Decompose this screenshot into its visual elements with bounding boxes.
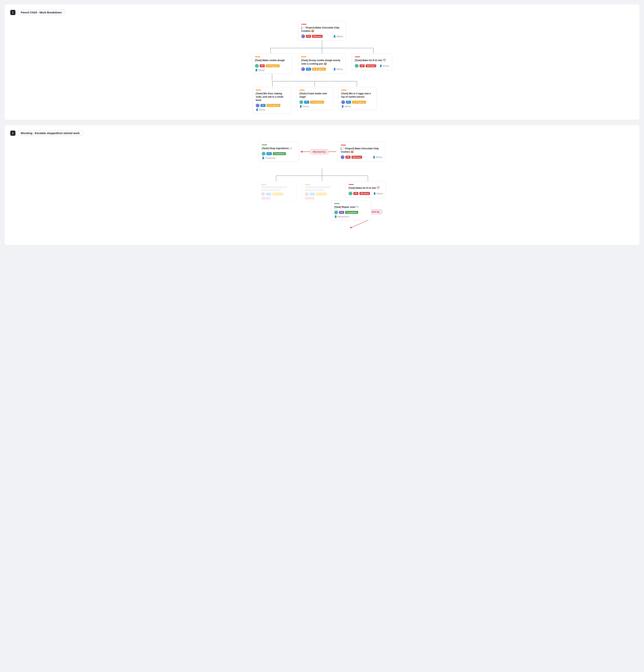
s2-blurred-badge-s-0 (272, 193, 283, 195)
s2-root-avatar (341, 155, 344, 159)
tag-icon-0: 👤 (255, 69, 258, 71)
s2-repair-avatar (334, 211, 338, 214)
arrow-line-2 (329, 152, 336, 152)
l1-accent-1 (301, 57, 306, 57)
s2-bake-title: [Task] Bake for 9-11 min ⏰ (349, 186, 383, 190)
l2-footer-1: P1 In Progress 👤 Baking (300, 100, 330, 108)
root-tag-label: Baking (337, 35, 343, 37)
s2-repair-tag-icon: 👤 (334, 215, 337, 218)
s2-root-badge-p: P0 (346, 156, 350, 159)
l1-col-1: [Task] Scoop cookie dough evenly onto a … (298, 54, 346, 73)
s2-shop-card[interactable]: [Task] Shop ingredients 🛒 P1 Completed 👤… (259, 142, 299, 161)
s2-repair-card[interactable]: [Task] Repair oven 🔧 P2 Completed 👤 Main… (331, 201, 372, 220)
s2-repair-tag: 👤 Maintenance (334, 215, 349, 218)
s2-blurred-avatar-0 (261, 192, 265, 196)
root-accent (301, 24, 306, 25)
s2-blurred-tag-0 (261, 197, 270, 200)
l2-badge-p-2: P1 (346, 101, 351, 104)
l1-col-2: [Task] Bake for 9-11 min ⏰ P0 Blocked 👤 … (352, 54, 392, 70)
root-avatar (301, 35, 305, 38)
l2-tag-2: 👤 Baking (341, 105, 351, 108)
l1-vline-0 (272, 74, 272, 81)
root-col: [📄 Project] Make Chocolate Chip Cookies … (298, 21, 346, 48)
arrow-head-left (301, 151, 302, 153)
l2-card-1[interactable]: [Task] Cream butter and sugar P1 In Prog… (296, 87, 333, 110)
l2-title-1: [Task] Cream butter and sugar (300, 92, 330, 98)
root-footer: P0 Blocked 👤 Baking (301, 35, 343, 38)
l1-avatar-1 (301, 67, 305, 71)
baking-icon: 👤 (333, 35, 336, 38)
l1-title-0: [Task] Make cookie dough (255, 59, 289, 62)
s2-bake-tag: 👤 Baking (373, 192, 383, 195)
l2-tag-1: 👤 Baking (300, 105, 309, 108)
l2-tag-icon-1: 👤 (300, 105, 302, 108)
l2-badge-p-1: P1 (304, 101, 309, 104)
s2-bake-accent (349, 184, 354, 185)
l1-badge-p-1: P1 (306, 68, 311, 71)
l2-badge-p-0: P1 (260, 104, 266, 107)
s2-blurred-footer-1 (305, 192, 337, 200)
s2-vline (322, 168, 322, 176)
section-2-header: 2 Blocking - Escalate stopped/not starte… (10, 130, 634, 136)
section-1: 1 Parent Child - Work Breakdown [📄 Proje… (4, 4, 640, 120)
s2-root-title: [📄 Project] Make Chocolate Chip Cookies … (341, 147, 382, 154)
s2-skeleton-0b (261, 189, 281, 191)
s2-blurred-badge-p-0 (266, 193, 271, 195)
s2-tree: [Task] Bake for 9-11 min ⏰ P0 Blocked 👤 … (10, 168, 634, 239)
s2-skeleton-1a (305, 186, 331, 188)
l2-tag-icon-0: 👤 (256, 108, 258, 111)
l1-card-0[interactable]: [Task] Make cookie dough P0 In Progress … (252, 54, 292, 74)
l2-title-2: [Task] Mix in 2 eggs and a tsp of vanill… (341, 92, 374, 98)
l1-card-1[interactable]: [Task] Scoop cookie dough evenly onto a … (298, 54, 346, 73)
s2-blurred-badge-s-1 (316, 193, 327, 195)
l1-badge-p-0: P0 (260, 64, 265, 67)
l2-accent-1 (300, 90, 305, 91)
s2-root-card[interactable]: [📄 Project] Make Chocolate Chip Cookies … (338, 142, 385, 161)
l2-card-2[interactable]: [Task] Mix in 2 eggs and a tsp of vanill… (338, 87, 377, 110)
s2-repair-badge-p: P2 (339, 211, 344, 214)
l1-tag-1: 👤 Baking (333, 68, 343, 70)
arrow-line (302, 152, 310, 152)
l2-card-0[interactable]: [Task] Mix flour, baking soda, and salt … (253, 87, 291, 113)
l2-footer-0: P1 In Progress 👤 Baking (256, 104, 288, 111)
tag-icon-1: 👤 (333, 68, 336, 70)
l1-tag-2: 👤 Baking (379, 64, 389, 67)
s2-shop-footer: P1 Completed 👤 Purchasing (262, 152, 296, 159)
s2-root-badge-status: Blocked (352, 156, 362, 159)
l1-title-1: [Task] Scoop cookie dough evenly onto a … (301, 59, 343, 65)
s2-root-tag: 👤 Baking (373, 156, 382, 158)
l2-avatar-0 (256, 104, 259, 107)
s2-blurred-badge-p-1 (310, 193, 315, 195)
l2-badge-status-0: In Progress (267, 104, 280, 107)
s2-skeleton-1b (305, 189, 324, 191)
l1-col-0: [Task] Make cookie dough P0 In Progress … (252, 54, 292, 81)
root-card[interactable]: [📄 Project] Make Chocolate Chip Cookies … (298, 21, 346, 40)
l1-badge-status-0: In Progress (266, 64, 280, 67)
level1-area: [Task] Make cookie dough P0 In Progress … (250, 48, 394, 81)
s2-bake-card[interactable]: [Task] Bake for 9-11 min ⏰ P0 Blocked 👤 … (346, 181, 386, 197)
l2-tag-icon-2: 👤 (341, 105, 344, 108)
s2-root-tag-icon: 👤 (373, 156, 375, 158)
s2-bake-badge-status: Blocked (360, 192, 370, 195)
s2-blurred-accent-0 (261, 184, 266, 185)
section-1-num: 1 (10, 10, 15, 15)
svg-marker-14 (350, 227, 352, 229)
l1-badge-status-2: Blocked (366, 64, 376, 67)
section-2: 2 Blocking - Escalate stopped/not starte… (4, 125, 640, 245)
s2-root-accent (341, 145, 346, 145)
s2-repair-badge-status: Completed (345, 211, 358, 214)
l1-footer-0: P0 In Progress 👤 Baking (255, 64, 289, 71)
l2-badge-status-2: In Progress (352, 101, 366, 104)
root-vline (322, 40, 322, 48)
l2-badge-status-1: In Progress (310, 101, 324, 104)
s2-blurred-card-1 (302, 181, 340, 202)
l1-accent-2 (355, 57, 360, 57)
level1-row: [Task] Make cookie dough P0 In Progress … (250, 48, 394, 81)
s2-repair-wrap: [Task] Repair oven 🔧 P2 Completed 👤 Main… (331, 201, 372, 220)
section-2-title: Blocking - Escalate stopped/not started … (17, 130, 83, 136)
l1-card-2[interactable]: [Task] Bake for 9-11 min ⏰ P0 Blocked 👤 … (352, 54, 392, 70)
s2-shop-title: [Task] Shop ingredients 🛒 (262, 147, 296, 150)
l2-tag-0: 👤 Baking (256, 108, 265, 111)
l2-avatar-1 (300, 100, 303, 104)
root-tag: 👤 Baking (333, 35, 343, 38)
